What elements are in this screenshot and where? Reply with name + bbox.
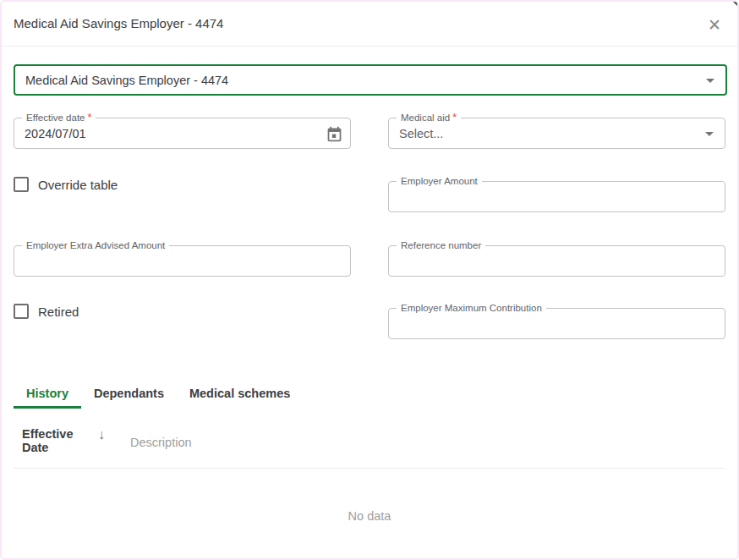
retired-checkbox[interactable] — [14, 304, 29, 319]
effective-date-field[interactable]: Effective date* — [14, 118, 351, 149]
chevron-down-icon — [705, 132, 714, 136]
override-table-label: Override table — [38, 178, 118, 192]
medical-aid-savings-dialog: Medical Aid Savings Employer - 4474 ✕ Me… — [0, 0, 739, 560]
header-divider — [2, 46, 737, 47]
no-data-message: No data — [2, 509, 737, 523]
column-header-effective-date[interactable]: Effective Date — [22, 427, 78, 454]
column-header-description[interactable]: Description — [130, 436, 192, 449]
required-asterisk: * — [452, 112, 457, 124]
benefit-select-value: Medical Aid Savings Employer - 4474 — [25, 74, 228, 87]
reference-number-label: Reference number — [397, 239, 485, 252]
medical-aid-field[interactable]: Medical aid* Select... — [388, 118, 725, 149]
close-button[interactable]: ✕ — [702, 12, 727, 37]
tab-bar: History Dependants Medical schemes — [14, 380, 303, 409]
employer-amount-field[interactable]: Employer Amount — [388, 181, 725, 212]
reference-number-field[interactable]: Reference number — [388, 245, 725, 277]
dialog-title: Medical Aid Savings Employer - 4474 — [14, 16, 223, 30]
tab-dependants[interactable]: Dependants — [81, 380, 177, 409]
effective-date-label: Effective date* — [22, 112, 96, 124]
employer-maximum-contribution-label: Employer Maximum Contribution — [397, 302, 546, 315]
employer-maximum-contribution-field[interactable]: Employer Maximum Contribution — [388, 308, 725, 339]
employer-extra-advised-amount-field[interactable]: Employer Extra Advised Amount — [14, 245, 351, 277]
employer-extra-advised-amount-label: Employer Extra Advised Amount — [22, 239, 169, 252]
retired-checkbox-row[interactable]: Retired — [14, 304, 79, 319]
override-table-checkbox[interactable] — [14, 177, 29, 192]
benefit-select[interactable]: Medical Aid Savings Employer - 4474 — [14, 64, 727, 96]
chevron-down-icon — [706, 79, 714, 83]
medical-aid-label: Medical aid* — [397, 112, 461, 124]
corner-marker — [731, 0, 739, 8]
calendar-icon[interactable] — [325, 124, 344, 144]
sort-descending-icon[interactable]: ↓ — [98, 427, 105, 442]
close-icon: ✕ — [708, 15, 721, 35]
table-header-divider — [14, 468, 724, 469]
tab-medical-schemes[interactable]: Medical schemes — [177, 380, 303, 409]
retired-label: Retired — [38, 305, 79, 319]
employer-amount-label: Employer Amount — [397, 175, 482, 188]
required-asterisk: * — [87, 112, 91, 124]
tab-history[interactable]: History — [14, 380, 81, 409]
override-table-checkbox-row[interactable]: Override table — [14, 177, 118, 192]
